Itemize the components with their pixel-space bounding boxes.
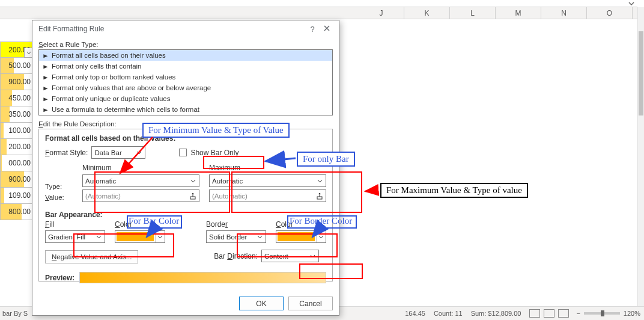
edit-rule-description-label: Edit the Rule Description: <box>38 120 333 128</box>
bullet-arrow-icon: ► <box>42 74 49 81</box>
zoom-slider[interactable] <box>584 312 620 315</box>
data-cell[interactable]: 500.00 <box>0 58 34 74</box>
preview-bar <box>79 272 326 283</box>
bar-direction-label: Bar Direction: <box>214 252 258 260</box>
minimum-column: Minimum Automatic (Automatic) <box>82 164 199 202</box>
bullet-arrow-icon: ► <box>42 106 49 113</box>
data-cell[interactable]: 800.00 <box>0 204 34 220</box>
cancel-button[interactable]: Cancel <box>288 297 333 310</box>
fill-color-label: Color <box>115 220 165 229</box>
data-cell[interactable]: 900.00 <box>0 74 34 90</box>
column-headers: JKLMNO <box>0 7 637 19</box>
data-cell[interactable]: 100.00 <box>0 123 34 139</box>
fill-label: Fill <box>45 220 105 229</box>
preview-label: Preview: <box>45 274 74 282</box>
minimum-label: Minimum <box>82 164 199 172</box>
range-picker-icon[interactable] <box>189 192 197 200</box>
data-cell[interactable]: 000.00 <box>0 155 34 171</box>
edit-formatting-rule-dialog: Edit Formatting Rule ? Select a Rule Typ… <box>32 20 339 316</box>
page-break-view-icon[interactable] <box>558 309 569 318</box>
column-header[interactable]: K <box>404 7 450 19</box>
column-header[interactable]: M <box>496 7 541 19</box>
rule-type-item[interactable]: ►Format only top or bottom ranked values <box>39 72 332 82</box>
status-count: Count: 11 <box>434 310 463 317</box>
page-layout-view-icon[interactable] <box>544 309 554 318</box>
column-header[interactable]: J <box>359 7 404 19</box>
rule-type-item[interactable]: ►Use a formula to determine which cells … <box>39 104 332 115</box>
border-color-label: Color <box>276 220 326 229</box>
view-switch-icons[interactable] <box>526 309 573 318</box>
bar-direction-combo[interactable]: Context <box>261 250 319 262</box>
column-header[interactable]: O <box>587 7 633 19</box>
minimum-value-input[interactable]: (Automatic) <box>82 189 199 202</box>
zoom-minus[interactable]: − <box>576 310 580 317</box>
chevron-down-icon <box>155 231 165 242</box>
rule-type-list[interactable]: ►Format all cells based on their values►… <box>38 49 333 115</box>
maximum-column: Maximum Automatic (Automatic) <box>209 164 326 202</box>
minimum-value-text: (Automatic) <box>85 192 121 200</box>
ok-button[interactable]: OK <box>239 297 284 310</box>
format-style-label: Format Style: <box>45 149 88 157</box>
minimum-type-combo[interactable]: Automatic <box>82 174 199 187</box>
dialog-titlebar[interactable]: Edit Formatting Rule ? <box>32 20 339 37</box>
status-left: bar By S <box>0 310 28 317</box>
zoom-control[interactable]: − 120% <box>573 310 644 317</box>
status-avg: 164.45 <box>405 310 425 317</box>
border-value: Solid Border <box>209 233 247 241</box>
vertical-scrollbar[interactable] <box>637 7 644 306</box>
rule-type-text: Format all cells based on their values <box>52 52 166 59</box>
bar-direction-value: Context <box>264 253 288 260</box>
range-picker-icon[interactable] <box>315 192 324 200</box>
col-header-pad <box>0 7 359 19</box>
bar-appearance-label: Bar Appearance: <box>45 211 326 219</box>
maximum-type-combo[interactable]: Automatic <box>209 174 326 187</box>
data-cell[interactable]: 350.00 <box>0 106 34 123</box>
panel-caption: Format all cells based on their values: <box>45 134 326 143</box>
close-icon <box>323 25 330 32</box>
type-label: Type: <box>45 183 73 190</box>
chevron-down-icon <box>189 177 197 185</box>
rule-type-item[interactable]: ►Format all cells based on their values <box>39 50 332 61</box>
rule-type-item[interactable]: ►Format only values that are above or be… <box>39 82 332 93</box>
data-cell[interactable]: 900.00 <box>0 171 34 188</box>
rule-type-item[interactable]: ►Format only unique or duplicate values <box>39 93 332 104</box>
rule-type-item[interactable]: ►Format only cells that contain <box>39 61 332 72</box>
svg-rect-1 <box>317 197 322 199</box>
maximum-type-value: Automatic <box>212 177 243 185</box>
scrollbar-thumb[interactable] <box>639 31 643 115</box>
maximum-value-input[interactable]: (Automatic) <box>209 189 326 202</box>
fill-color-swatch <box>117 232 154 241</box>
help-button[interactable]: ? <box>305 25 320 34</box>
close-button[interactable] <box>320 25 334 34</box>
format-style-value: Data Bar <box>94 149 121 156</box>
rule-type-text: Format only unique or duplicate values <box>52 95 171 102</box>
svg-rect-0 <box>190 197 195 199</box>
border-color-swatch <box>278 232 315 241</box>
collapse-ribbon-bar <box>0 0 637 7</box>
data-cell[interactable]: 109.00 <box>0 188 34 204</box>
select-rule-type-label: Select a Rule Type: <box>38 41 333 48</box>
rule-type-text: Format only top or bottom ranked values <box>52 73 175 81</box>
chevron-down-icon[interactable] <box>628 1 635 7</box>
fill-combo[interactable]: Gradient Fill <box>45 230 105 243</box>
normal-view-icon[interactable] <box>529 309 540 318</box>
show-bar-only-checkbox[interactable] <box>179 149 187 156</box>
data-cell[interactable]: 200.00 <box>0 139 34 155</box>
fill-color-combo[interactable] <box>115 230 165 243</box>
rule-type-text: Format only values that are above or bel… <box>52 84 211 91</box>
fill-value: Gradient Fill <box>48 233 85 241</box>
format-style-combo[interactable]: Data Bar <box>91 146 145 159</box>
column-header[interactable]: L <box>450 7 496 19</box>
bullet-arrow-icon: ► <box>42 63 49 70</box>
column-header[interactable]: N <box>541 7 587 19</box>
status-sum: Sum: $12,809.00 <box>471 310 521 317</box>
chevron-down-icon <box>135 149 143 156</box>
data-cell[interactable]: 450.00 <box>0 90 34 106</box>
border-color-combo[interactable] <box>276 230 326 243</box>
chevron-down-icon <box>95 233 103 241</box>
value-column: 200.00500.00900.00450.00350.00100.00200.… <box>0 42 34 220</box>
bullet-arrow-icon: ► <box>42 96 49 102</box>
border-combo[interactable]: Solid Border <box>206 230 266 243</box>
negative-value-axis-button[interactable]: Negative Value and Axis... <box>45 250 138 263</box>
dialog-title: Edit Formatting Rule <box>38 25 305 33</box>
